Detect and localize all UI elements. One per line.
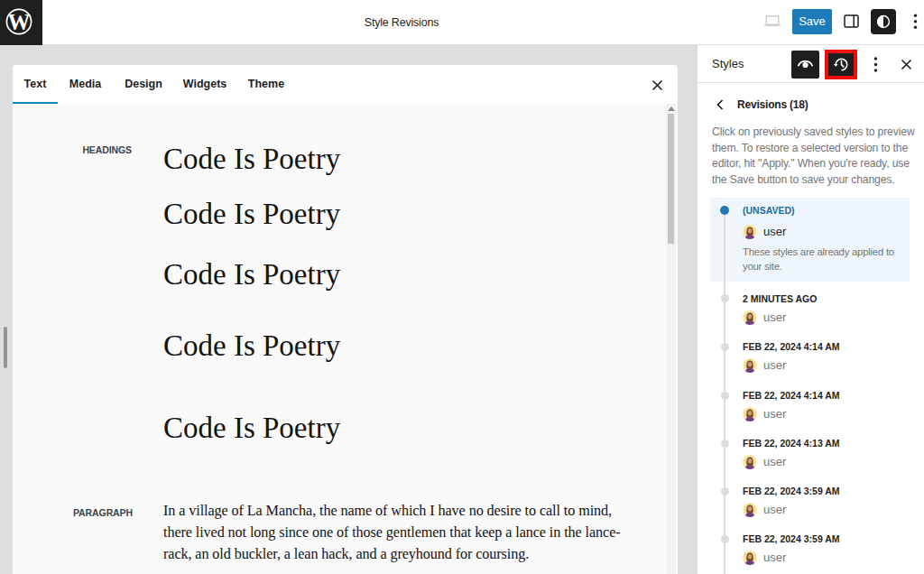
svg-text:W: W [8, 10, 31, 34]
